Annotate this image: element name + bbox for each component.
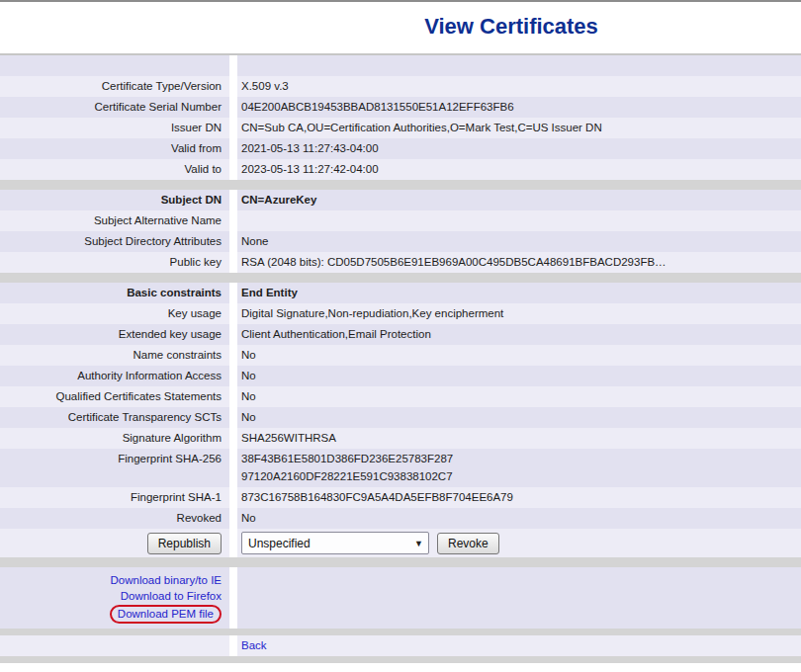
row-label: Extended key usage [0,324,237,345]
section-separator [0,273,801,283]
downloads-row-empty-cell [237,567,801,629]
row-label: Issuer DN [0,118,237,138]
table-row: Fingerprint SHA-256 38F43B61E5801D386FD2… [0,449,801,487]
table-row: Extended key usage Client Authentication… [0,324,801,345]
table-row: Valid from 2021-05-13 11:27:43-04:00 [0,138,801,159]
row-value: 38F43B61E5801D386FD236E25783F287 97120A2… [237,449,801,487]
row-value: No [237,407,801,428]
row-value: CN=Sub CA,OU=Certification Authorities,O… [237,118,801,138]
row-value: End Entity [237,283,801,303]
table-row: Certificate Type/Version X.509 v.3 [0,76,801,97]
section-separator [0,180,801,190]
row-label: Revoked [0,508,237,529]
row-label: Signature Algorithm [0,428,237,449]
table-row-section-header: Basic constraints End Entity [0,283,801,303]
row-value: No [237,345,801,366]
row-label: Certificate Type/Version [0,76,237,97]
row-label: Key usage [0,303,237,324]
table-row-section-header: Subject DN CN=AzureKey [0,190,801,210]
row-value [237,210,801,231]
row-value: No [237,508,801,529]
row-value: 2023-05-13 11:27:42-04:00 [237,159,801,180]
row-label: Subject Directory Attributes [0,231,237,252]
table-row-spacer [0,55,801,76]
republish-button[interactable]: Republish [147,533,222,554]
table-row: Certificate Serial Number 04E200ABCB1945… [0,97,801,118]
download-binary-ie-link[interactable]: Download binary/to IE [110,572,222,588]
row-label: Subject DN [0,190,237,210]
table-row: Valid to 2023-05-13 11:27:42-04:00 [0,159,801,180]
row-label: Qualified Certificates Statements [0,386,237,407]
row-value: CN=AzureKey [237,190,801,210]
row-value: None [237,231,801,252]
page-title: View Certificates [424,14,598,40]
back-row-empty-cell [0,635,237,656]
table-row: Subject Alternative Name [0,210,801,231]
row-label [0,55,237,76]
revoke-button[interactable]: Revoke [437,533,499,554]
revocation-reason-select-wrap: Unspecified ▼ [241,532,429,554]
download-pem-link[interactable]: Download PEM file [118,608,214,620]
table-row: Revoked No [0,508,801,529]
row-label: Authority Information Access [0,366,237,386]
row-value [237,55,801,76]
row-value: 04E200ABCB19453BBAD8131550E51A12EFF63FB6 [237,97,801,118]
row-label: Subject Alternative Name [0,210,237,231]
section-separator [0,656,801,663]
table-row: Public key RSA (2048 bits): CD05D7505B6E… [0,252,801,273]
table-row: Signature Algorithm SHA256WITHRSA [0,428,801,449]
row-label: Fingerprint SHA-256 [0,449,237,487]
row-label: Valid to [0,159,237,180]
action-row: Republish Unspecified ▼ Revoke [0,529,801,557]
row-label: Valid from [0,138,237,159]
row-value: 2021-05-13 11:27:43-04:00 [237,138,801,159]
row-value: RSA (2048 bits): CD05D7505B6E91EB969A00C… [237,252,801,273]
table-row: Subject Directory Attributes None [0,231,801,252]
back-row: Back [0,635,801,656]
row-value: Client Authentication,Email Protection [237,324,801,345]
section-separator [0,557,801,567]
row-value: No [237,386,801,407]
table-row: Fingerprint SHA-1 873C16758B164830FC9A5A… [0,487,801,508]
table-row: Certificate Transparency SCTs No [0,407,801,428]
table-row: Authority Information Access No [0,366,801,386]
row-value: X.509 v.3 [237,76,801,97]
table-row: Name constraints No [0,345,801,366]
downloads-row: Download binary/to IE Download to Firefo… [0,567,801,629]
row-value: No [237,366,801,386]
row-label: Public key [0,252,237,273]
row-label: Fingerprint SHA-1 [0,487,237,508]
row-label: Name constraints [0,345,237,366]
back-link[interactable]: Back [241,639,267,651]
row-label: Basic constraints [0,283,237,303]
row-value: 873C16758B164830FC9A5A4DA5EFB8F704EE6A79 [237,487,801,508]
row-label: Certificate Transparency SCTs [0,407,237,428]
title-bar: View Certificates [0,2,801,53]
annotation-ellipse: Download PEM file [110,605,222,624]
row-value: Digital Signature,Non-repudiation,Key en… [237,303,801,324]
table-row: Qualified Certificates Statements No [0,386,801,407]
certificate-table: Certificate Type/Version X.509 v.3 Certi… [0,55,801,663]
table-row: Issuer DN CN=Sub CA,OU=Certification Aut… [0,118,801,138]
table-row: Key usage Digital Signature,Non-repudiat… [0,303,801,324]
row-label: Certificate Serial Number [0,97,237,118]
row-value: SHA256WITHRSA [237,428,801,449]
section-separator [0,629,801,635]
revocation-reason-select[interactable]: Unspecified [241,532,429,554]
download-firefox-link[interactable]: Download to Firefox [121,588,222,604]
